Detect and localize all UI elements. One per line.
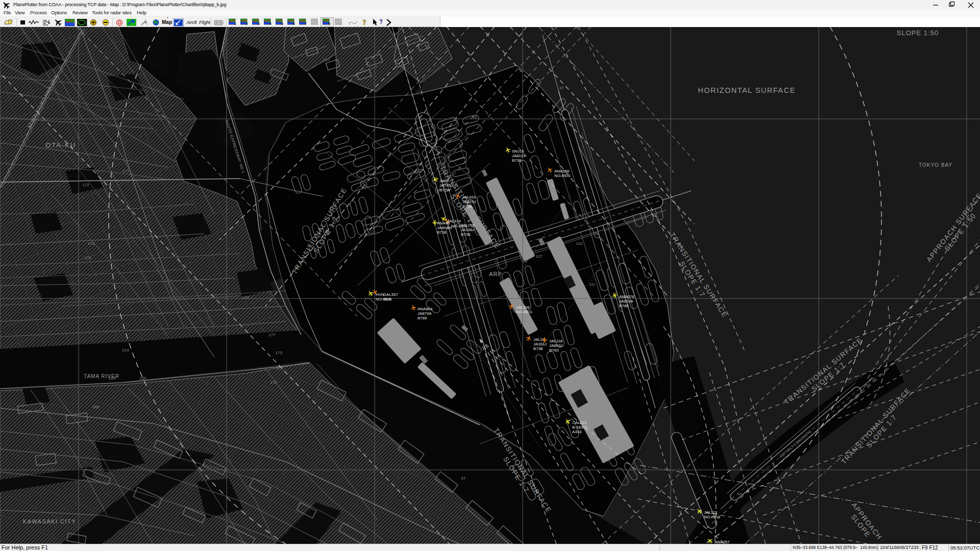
svg-text:177: 177 [122,169,129,173]
svg-text:JA879A: JA879A [418,311,432,316]
svg-text:173: 173 [275,350,282,355]
svg-text:8: 8 [316,22,318,26]
svg-text:7: 7 [305,22,307,26]
svg-text:JAL9: JAL9 [439,179,449,183]
svg-text:4: 4 [270,22,272,26]
svg-text:173: 173 [87,241,94,246]
svg-text:3T: 3T [461,476,465,481]
svg-text:B788: B788 [619,304,629,308]
svg-text:111: 111 [589,282,596,287]
svg-text:170: 170 [520,320,527,325]
svg-text:B738: B738 [462,204,472,209]
svg-text:5: 5 [281,22,283,26]
svg-text:173: 173 [276,366,283,370]
svg-text:ANA46: ANA46 [437,221,450,226]
svg-text:2: 2 [246,22,248,26]
svg-text:127: 127 [323,58,330,62]
svg-text:230: 230 [139,376,146,381]
svg-text:NO-REG: NO-REG [516,310,532,314]
svg-text:5DX: 5DX [383,297,391,302]
svg-text:JAL121: JAL121 [704,510,718,515]
svg-text:170: 170 [242,295,249,300]
svg-text:JA819A: JA819A [619,299,633,304]
svg-text:OTA-KU: OTA-KU [45,141,76,149]
svg-text:B738: B738 [533,346,543,351]
svg-text:B763: B763 [549,348,559,353]
svg-text:JAL165: JAL165 [461,223,475,228]
svg-text:JA811X: JA811X [512,154,526,158]
svg-text:B-18301: B-18301 [572,425,587,430]
svg-text:JA329J: JA329J [462,199,476,204]
svg-text:CAL221: CAL221 [572,420,587,425]
svg-text:JAL906: JAL906 [516,305,530,310]
svg-text:ANA678: ANA678 [619,294,634,299]
svg-text:43: 43 [473,115,477,119]
svg-text:JA603J: JA603J [549,343,562,348]
svg-text:177: 177 [268,333,276,337]
svg-text:172: 172 [82,183,89,187]
svg-text:?: ? [363,19,366,27]
svg-text:ANA864: ANA864 [418,307,433,311]
svg-text:110: 110 [576,241,583,246]
svg-text:?: ? [379,18,382,26]
svg-text:ANA566: ANA566 [554,169,570,173]
svg-text:259: 259 [92,405,100,409]
svg-text:B738: B738 [461,232,471,237]
svg-text:JA80AN: JA80AN [437,226,452,230]
svg-text:B738: B738 [437,230,447,235]
svg-text:B77W: B77W [439,188,451,192]
svg-text:A333: A333 [572,430,582,434]
svg-text:37: 37 [559,86,564,90]
svg-text:NO-REG: NO-REG [554,173,571,178]
svg-text:KAWASAKI CITY: KAWASAKI CITY [23,518,76,524]
svg-text:SNJ16: SNJ16 [512,149,524,154]
svg-text:TOKYO BAY: TOKYO BAY [919,162,952,168]
svg-text:220: 220 [109,376,116,381]
svg-text:NO-REG: NO-REG [704,515,720,519]
svg-text:JAL610: JAL610 [462,195,476,199]
svg-text:9: 9 [328,22,330,26]
svg-text:DAL357: DAL357 [383,292,398,297]
svg-text:127: 127 [535,254,543,259]
svg-text:214: 214 [122,348,129,353]
svg-text:B738: B738 [512,158,522,163]
svg-text:3: 3 [258,22,260,26]
svg-text:HORIZONTAL SURFACE: HORIZONTAL SURFACE [698,86,795,94]
svg-text:6: 6 [293,22,295,26]
svg-text:JA336J: JA336J [461,228,474,232]
svg-text:ARP: ARP [489,271,502,277]
svg-text:172: 172 [84,256,91,260]
svg-text:10: 10 [338,22,342,26]
svg-text:SLOPE 1:50: SLOPE 1:50 [897,29,939,37]
svg-text:B789: B789 [418,316,427,320]
svg-text:JA331J: JA331J [533,342,547,346]
svg-text:JAL118: JAL118 [549,339,563,343]
svg-text:172: 172 [270,380,277,385]
svg-text:1: 1 [234,22,236,26]
svg-text:JA740J: JA740J [439,183,453,188]
